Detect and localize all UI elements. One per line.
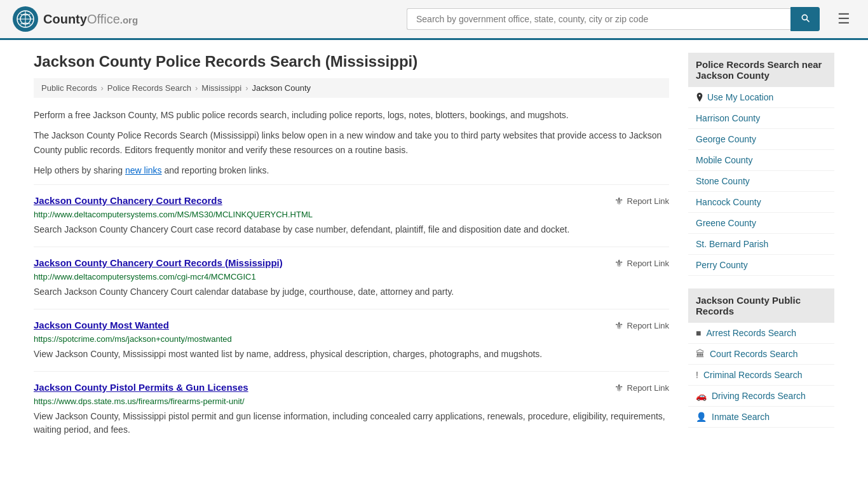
sidebar: Police Records Search near Jackson Count… — [688, 53, 834, 447]
intro-paragraph-3: Help others by sharing new links and rep… — [34, 163, 669, 177]
report-icon: ⚜ — [614, 195, 623, 207]
nearby-county-link-3[interactable]: Stone County — [696, 176, 750, 186]
site-header: CountyOffice.org ☰ — [0, 0, 868, 40]
result-header: Jackson County Pistol Permits & Gun Lice… — [34, 382, 669, 394]
public-record-icon-4: 👤 — [696, 412, 707, 422]
public-record-link-4[interactable]: Inmate Search — [712, 412, 770, 422]
nearby-county-item: Stone County — [688, 171, 834, 192]
report-link-button-1[interactable]: ⚜ Report Link — [614, 257, 669, 269]
breadcrumb: Public Records › Police Records Search ›… — [34, 78, 669, 98]
nearby-county-link-5[interactable]: Greene County — [696, 218, 756, 228]
logo-text: CountyOffice.org — [43, 12, 138, 27]
result-item: Jackson County Chancery Court Records ⚜ … — [34, 184, 669, 247]
intro-paragraph-2: The Jackson County Police Records Search… — [34, 128, 669, 157]
search-area — [407, 7, 820, 31]
location-pin-icon — [696, 93, 703, 102]
result-desc-2: View Jackson County, Mississippi most wa… — [34, 348, 669, 361]
public-record-icon-0: ■ — [696, 328, 701, 338]
public-records-header: Jackson County Public Records — [688, 288, 834, 323]
result-header: Jackson County Most Wanted ⚜ Report Link — [34, 320, 669, 332]
result-url-1[interactable]: http://www.deltacomputersystems.com/cgi-… — [34, 272, 669, 281]
public-record-icon-3: 🚗 — [696, 391, 707, 401]
nearby-county-item: Harrison County — [688, 108, 834, 129]
report-link-button-2[interactable]: ⚜ Report Link — [614, 320, 669, 332]
result-title-1[interactable]: Jackson County Chancery Court Records (M… — [34, 257, 283, 268]
result-title-0[interactable]: Jackson County Chancery Court Records — [34, 195, 222, 206]
public-record-item: ■Arrest Records Search — [688, 323, 834, 344]
report-link-button-3[interactable]: ⚜ Report Link — [614, 382, 669, 394]
public-records-list: ■Arrest Records Search🏛Court Records Sea… — [688, 323, 834, 428]
nearby-county-list: Harrison CountyGeorge CountyMobile Count… — [688, 108, 834, 276]
breadcrumb-public-records[interactable]: Public Records — [41, 83, 97, 93]
site-logo[interactable]: CountyOffice.org — [13, 6, 138, 32]
nearby-county-item: Hancock County — [688, 192, 834, 213]
public-record-link-2[interactable]: Criminal Records Search — [703, 370, 803, 380]
result-url-3[interactable]: https://www.dps.state.ms.us/firearms/fir… — [34, 396, 669, 406]
results-container: Jackson County Chancery Court Records ⚜ … — [34, 184, 669, 447]
nearby-county-link-6[interactable]: St. Bernard Parish — [696, 239, 768, 249]
nearby-county-item: George County — [688, 129, 834, 150]
public-records-section: Jackson County Public Records ■Arrest Re… — [688, 288, 834, 428]
public-record-icon-2: ! — [696, 370, 698, 380]
result-url-2[interactable]: https://spotcrime.com/ms/jackson+county/… — [34, 334, 669, 344]
use-my-location-link[interactable]: Use My Location — [688, 87, 834, 108]
public-record-item: !Criminal Records Search — [688, 365, 834, 386]
nearby-county-link-2[interactable]: Mobile County — [696, 155, 753, 165]
nearby-section: Police Records Search near Jackson Count… — [688, 53, 834, 276]
public-record-icon-1: 🏛 — [696, 349, 705, 359]
logo-icon — [13, 6, 38, 32]
public-record-link-3[interactable]: Driving Records Search — [712, 391, 806, 401]
result-title-3[interactable]: Jackson County Pistol Permits & Gun Lice… — [34, 382, 248, 393]
nearby-county-link-7[interactable]: Perry County — [696, 260, 748, 270]
hamburger-menu-button[interactable]: ☰ — [832, 8, 855, 30]
new-links-link[interactable]: new links — [125, 165, 162, 175]
public-record-link-1[interactable]: Court Records Search — [710, 349, 798, 359]
result-header: Jackson County Chancery Court Records ⚜ … — [34, 195, 669, 207]
public-record-link-0[interactable]: Arrest Records Search — [706, 328, 796, 338]
nearby-county-item: St. Bernard Parish — [688, 234, 834, 255]
search-input[interactable] — [407, 8, 790, 30]
result-item: Jackson County Most Wanted ⚜ Report Link… — [34, 309, 669, 371]
breadcrumb-current: Jackson County — [252, 83, 311, 93]
result-url-0[interactable]: http://www.deltacomputersystems.com/MS/M… — [34, 210, 669, 219]
nearby-header: Police Records Search near Jackson Count… — [688, 53, 834, 87]
search-button[interactable] — [790, 7, 820, 31]
main-container: Jackson County Police Records Search (Mi… — [21, 40, 847, 459]
report-icon: ⚜ — [614, 320, 623, 332]
result-item: Jackson County Pistol Permits & Gun Lice… — [34, 371, 669, 447]
page-title: Jackson County Police Records Search (Mi… — [34, 53, 669, 71]
report-link-label: Report Link — [627, 196, 669, 206]
nearby-county-item: Greene County — [688, 213, 834, 234]
result-header: Jackson County Chancery Court Records (M… — [34, 257, 669, 269]
result-desc-0: Search Jackson County Chancery Court cas… — [34, 223, 669, 236]
nearby-county-link-0[interactable]: Harrison County — [696, 113, 760, 123]
report-icon: ⚜ — [614, 257, 623, 269]
result-desc-1: Search Jackson County Chancery Court cal… — [34, 285, 669, 299]
nearby-county-link-1[interactable]: George County — [696, 134, 756, 144]
result-item: Jackson County Chancery Court Records (M… — [34, 247, 669, 309]
intro-paragraph-1: Perform a free Jackson County, MS public… — [34, 108, 669, 122]
breadcrumb-mississippi[interactable]: Mississippi — [201, 83, 241, 93]
public-record-item: 🏛Court Records Search — [688, 344, 834, 365]
nearby-county-item: Perry County — [688, 255, 834, 276]
report-link-label: Report Link — [627, 383, 669, 393]
result-desc-3: View Jackson County, Mississippi pistol … — [34, 410, 669, 437]
breadcrumb-police-records-search[interactable]: Police Records Search — [107, 83, 191, 93]
report-link-label: Report Link — [627, 321, 669, 330]
result-title-2[interactable]: Jackson County Most Wanted — [34, 320, 169, 330]
nearby-county-link-4[interactable]: Hancock County — [696, 197, 761, 207]
report-link-label: Report Link — [627, 259, 669, 268]
nearby-county-item: Mobile County — [688, 150, 834, 171]
public-record-item: 👤Inmate Search — [688, 407, 834, 428]
content-area: Jackson County Police Records Search (Mi… — [34, 53, 669, 447]
report-icon: ⚜ — [614, 382, 623, 394]
public-record-item: 🚗Driving Records Search — [688, 386, 834, 407]
report-link-button-0[interactable]: ⚜ Report Link — [614, 195, 669, 207]
